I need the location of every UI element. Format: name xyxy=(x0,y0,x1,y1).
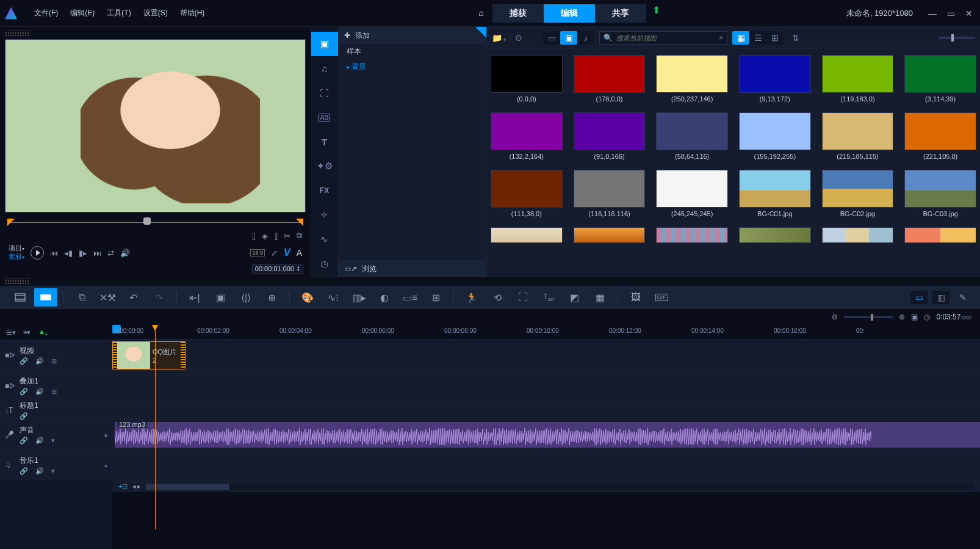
thumbnail-item[interactable]: (111,38,0) xyxy=(491,170,563,217)
playhead[interactable] xyxy=(155,325,156,529)
resize-icon[interactable]: ⤢ xyxy=(271,249,278,258)
title-tab-icon[interactable]: T xyxy=(311,129,338,154)
track-link-icon[interactable]: 🔗 xyxy=(20,437,28,445)
marker-icon[interactable]: ◈ xyxy=(262,231,268,241)
grid-tool-icon[interactable]: ⊞ xyxy=(424,288,447,307)
speed-icon[interactable]: ▥▸ xyxy=(347,288,370,307)
tab-capture[interactable]: 捕获 xyxy=(492,4,544,23)
add-track-icon[interactable]: +⊡ xyxy=(118,482,128,490)
gif-icon[interactable]: GIF xyxy=(650,288,673,307)
track-expand-icon[interactable]: ▾ xyxy=(51,437,55,445)
track-header-叠加1[interactable]: ■ᐅ叠加1🔗🔊⊞ xyxy=(0,370,112,401)
crop-tool-icon[interactable]: ▣ xyxy=(209,288,232,307)
thumbnail-item[interactable]: (58,64,116) xyxy=(656,112,728,160)
track-add-icon[interactable]: ▲▾ xyxy=(38,327,48,337)
tab-home[interactable]: ⌂ xyxy=(470,4,492,23)
panel-toggle-2[interactable]: ▥ xyxy=(932,291,949,304)
menu-file[interactable]: 文件(F) xyxy=(28,8,64,18)
thumbnail-item[interactable]: BG-C02.jpg xyxy=(822,170,894,217)
color-wheel-icon[interactable]: 🎨 xyxy=(296,288,319,307)
track-link-icon[interactable]: 🔗 xyxy=(20,412,28,420)
split-icon[interactable]: ⟨|⟩ xyxy=(234,288,258,307)
thumbnail-item[interactable]: (215,185,115) xyxy=(822,112,894,160)
mark-in-icon[interactable]: ⟦ xyxy=(252,231,256,241)
film-icon[interactable]: ▦ xyxy=(588,288,611,307)
aspect-ratio[interactable]: 16:9 xyxy=(250,249,265,256)
thumbnail-item[interactable]: (0,0,0) xyxy=(491,55,563,103)
next-frame-icon[interactable]: ▮▸ xyxy=(79,249,87,258)
thumbnail-item[interactable]: (9,13,172) xyxy=(739,55,811,103)
zoom-in-icon[interactable]: ⊕ xyxy=(899,313,905,321)
maximize-button[interactable]: ▭ xyxy=(945,9,957,18)
timeline-hscroll[interactable]: +⊡ ◂▸ xyxy=(112,480,980,492)
scroll-left-icon[interactable]: ◂ xyxy=(132,482,136,490)
thumbnail-item[interactable] xyxy=(904,227,976,243)
track-link-icon[interactable]: 🔗 xyxy=(20,467,28,475)
search-input[interactable] xyxy=(616,34,715,42)
scrollbar[interactable] xyxy=(146,484,974,490)
track-sound-icon[interactable]: 🔊 xyxy=(35,388,44,396)
track-expand-icon[interactable]: ▾ xyxy=(51,467,55,475)
filter-audio-icon[interactable]: ♪ xyxy=(577,31,594,45)
track-menu-2-icon[interactable]: ≡▾ xyxy=(23,329,31,336)
motion-icon[interactable]: 🏃 xyxy=(460,288,483,307)
track-header-视频[interactable]: ■ᐅ视频🔗🔊⊞ xyxy=(0,340,112,370)
thumbnail-item[interactable]: (132,2,164) xyxy=(491,112,563,160)
browse-button[interactable]: ▭↗浏览 xyxy=(338,260,486,277)
track-header-声音[interactable]: 🎤声音🔗🔊▾▴ xyxy=(0,419,112,449)
audio-tab-icon[interactable]: ♫ xyxy=(311,56,338,81)
scroll-right-icon[interactable]: ▸ xyxy=(137,482,141,490)
edit-panel-icon[interactable]: ✎ xyxy=(954,291,971,304)
thumbnail-item[interactable] xyxy=(656,227,728,243)
thumb-size-slider[interactable] xyxy=(939,37,975,39)
tab-share[interactable]: 共享 xyxy=(595,4,646,23)
timeline-drag-handle[interactable] xyxy=(5,278,29,285)
redo-icon[interactable]: ↷ xyxy=(147,288,170,307)
view-thumb-icon[interactable]: ▦ xyxy=(732,31,749,45)
tracking-icon[interactable]: ⛶ xyxy=(511,288,535,307)
thumbnail-item[interactable]: (91,0,166) xyxy=(574,112,646,160)
path-tab-icon[interactable]: ∿ xyxy=(311,227,338,252)
minimize-button[interactable]: — xyxy=(926,9,939,18)
audio-clip[interactable]: 123.mp3 xyxy=(115,422,980,448)
thumbnail-item[interactable]: (245,245,245) xyxy=(656,170,728,217)
track-header-标题1[interactable]: ↓T标题1🔗 xyxy=(0,401,112,419)
add-folder-button[interactable]: ✚添加 xyxy=(338,27,486,44)
menu-tools[interactable]: 工具(T) xyxy=(101,8,137,18)
tree-background[interactable]: 背景 xyxy=(338,59,486,75)
loop-icon[interactable]: ⇄ xyxy=(107,249,114,258)
sort-icon[interactable]: ⇅ xyxy=(788,31,803,45)
project-mode-label[interactable]: 项目▾ xyxy=(9,244,24,253)
mask-icon[interactable]: ◩ xyxy=(563,288,586,307)
thumbnail-item[interactable]: (155,192,255) xyxy=(739,112,811,160)
track-collapse-icon[interactable]: ▴ xyxy=(104,431,107,438)
track-lane-title[interactable] xyxy=(112,401,980,419)
go-start-icon[interactable]: ⏮ xyxy=(50,249,58,258)
caption-icon[interactable]: ▭≡ xyxy=(398,288,422,307)
mark-out-icon[interactable]: ⟧ xyxy=(274,231,278,241)
3d-text-icon[interactable]: T3D xyxy=(537,288,560,307)
preview-viewport[interactable] xyxy=(5,39,306,213)
fit-icon[interactable]: ▣ xyxy=(911,313,918,321)
track-header-音乐1[interactable]: ♫音乐1🔗🔊▾▴ xyxy=(0,449,112,480)
thumbnail-item[interactable]: (3,114,39) xyxy=(904,55,976,103)
thumbnail-item[interactable] xyxy=(739,227,811,243)
track-sound-icon[interactable]: 🔊 xyxy=(35,357,44,365)
play-button[interactable] xyxy=(31,246,44,260)
tree-sample[interactable]: 样本 xyxy=(338,44,486,59)
thumbnail-item[interactable]: BG-C03.jpg xyxy=(904,170,976,217)
track-link-icon[interactable]: 🔗 xyxy=(20,388,28,396)
prev-frame-icon[interactable]: ◂▮ xyxy=(64,249,73,258)
thumbnail-item[interactable]: (250,237,146) xyxy=(656,55,728,103)
search-box[interactable]: 🔍 × xyxy=(599,31,727,45)
drag-handle-icon[interactable] xyxy=(5,31,29,37)
menu-help[interactable]: 帮助(H) xyxy=(174,8,211,18)
track-lane-video[interactable]: QQ图片2 xyxy=(112,340,980,370)
transition-tab-icon[interactable]: ⛶ xyxy=(311,81,338,105)
fx-tab-icon[interactable]: FX xyxy=(311,178,338,203)
zoom-out-icon[interactable]: ⊖ xyxy=(832,313,838,321)
clear-search-icon[interactable]: × xyxy=(719,34,723,42)
filter-video-icon[interactable]: ▭ xyxy=(543,31,560,45)
tools-icon[interactable]: ✕⚒ xyxy=(96,288,119,307)
video-clip[interactable]: QQ图片2 xyxy=(112,341,186,369)
